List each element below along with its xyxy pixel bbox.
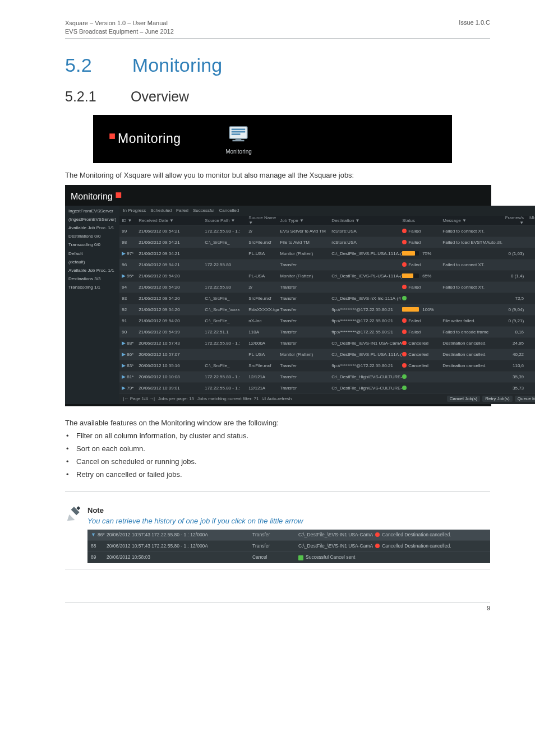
sidebar-item[interactable]: Default [68,251,116,257]
sidebar-item[interactable]: Destinations 0/0 [68,233,116,239]
footer-buttons: Cancel Job(s)Retry Job(s)Queue Managemen… [447,396,535,402]
monitoring-screenshot: Monitoring ■ IngestFromEVSServer(IngestF… [65,185,491,406]
note-label: Note [87,506,490,514]
tab-cancelled[interactable]: Cancelled [219,208,239,213]
svg-rect-8 [76,506,80,510]
dot-icon: ■ [109,129,116,142]
ms-main: In ProgressScheduledFailedSuccessfulCanc… [119,206,535,404]
table-row[interactable]: ▶97*21/06/2012 09:54:21PL-USAMonitor (Fl… [119,248,535,259]
sidebar-item[interactable]: Transcoding 0/0 [68,242,116,248]
list-item: Sort on each column. [66,444,490,453]
column-header[interactable]: Destination ▼ [331,218,402,223]
section-number: 5.2 [65,54,127,76]
column-header[interactable]: Source Path ▼ [205,218,248,223]
note-bottom-divider [65,569,490,569]
svg-rect-1 [232,129,246,131]
note-table-row[interactable]: 8920/06/2012 10:58:03Cancel Successful C… [87,552,490,563]
svg-rect-2 [232,131,246,133]
table-row[interactable]: ▶86*20/06/2012 10:57:07PL-USAMonitor (Fl… [119,349,535,360]
note-text: You can retrieve the history of one job … [87,517,490,525]
table-row[interactable]: 9421/06/2012 09:54:20172.22.55.802/Trans… [119,282,535,293]
tab-successful[interactable]: Successful [193,208,215,213]
banner-word: Monitoring [118,131,181,146]
section-title: 5.2 Monitoring [65,54,490,76]
column-header[interactable]: Frames/s ▼ [502,215,526,225]
svg-marker-6 [67,514,75,521]
page-number: 9 [487,605,490,611]
column-header[interactable]: Source Name ▼ [248,215,280,225]
table-row[interactable]: ▶88*20/06/2012 10:57:43172.22.55.80 - 1.… [119,338,535,349]
recording-dot-icon: ■ [115,188,122,201]
sidebar-item[interactable]: (IngestFromEVSServer) [68,216,116,222]
tab-in-progress[interactable]: In Progress [123,208,146,213]
ms-sidebar: IngestFromEVSServer(IngestFromEVSServer)… [65,206,119,404]
retry-job-s--button[interactable]: Retry Job(s) [482,396,513,402]
table-row[interactable]: ▶83*20/06/2012 10:55:16C:\_SrcFile_SrcFi… [119,360,535,372]
table-row[interactable]: ▶81*20/06/2012 10:10:08172.22.55.80 - 1.… [119,372,535,383]
column-header[interactable]: Mbytes/s ▼ [526,215,535,225]
svg-rect-5 [233,140,245,142]
tab-failed[interactable]: Failed [176,208,188,213]
queue-management-button[interactable]: Queue Management [515,396,535,402]
intro-text: The Monitoring of Xsquare will allow you… [65,171,490,179]
svg-rect-3 [232,133,241,135]
table-header-row: ID ▼Received Date ▼Source Path ▼Source N… [119,216,535,226]
ms-tabs: In ProgressScheduledFailedSuccessfulCanc… [119,206,535,216]
tab-scheduled[interactable]: Scheduled [150,208,172,213]
subsection-name: Overview [131,89,189,104]
subsection-number: 5.2.1 [65,89,127,105]
auto-refresh-checkbox[interactable]: ☑ Auto-refresh [262,396,292,401]
column-header[interactable]: Message ▼ [442,218,502,223]
doc-issue: Issue 1.0.C [459,19,490,36]
page-footer: 9 [65,602,490,611]
features-list: Filter on all column information, by clu… [66,432,490,479]
table-row[interactable]: 9621/06/2012 09:54:21172.22.55.80Transfe… [119,259,535,271]
doc-title-line2: EVS Broadcast Equipment – June 2012 [65,27,174,36]
note-top-divider [65,491,490,491]
column-header[interactable]: Status [402,218,442,223]
table-row[interactable]: 9821/06/2012 09:54:21C:\_SrcFile_SrcFile… [119,237,535,248]
doc-title-line1: Xsquare – Version 1.0 – User Manual [65,19,174,27]
list-item: Retry on cancelled or failed jobs. [66,470,490,479]
ms-footer: |← Page 1/4 →| Jobs per page: 15 Jobs ma… [119,394,535,404]
monitoring-tile[interactable]: Monitoring [220,123,257,155]
table-row[interactable]: ▶95*21/06/2012 09:54:20PL-USAMonitor (Fl… [119,271,535,282]
monitoring-banner: ■ Monitoring Monitoring [93,115,452,163]
ms-title: Monitoring ■ [65,185,491,206]
column-header[interactable]: Job Type ▼ [280,218,331,223]
table-body: 9921/06/2012 09:54:21172.22.55.80 - 1.:2… [119,226,535,394]
sidebar-item[interactable]: IngestFromEVSServer [68,208,116,214]
list-item: Filter on all column information, by clu… [66,432,490,440]
jobs-matching: Jobs matching current filter: 71 [197,396,259,401]
svg-rect-4 [236,138,242,140]
table-row[interactable]: 9221/06/2012 09:54:20C:\_SrcFile_\xxxxRd… [119,304,535,316]
table-row[interactable]: 9921/06/2012 09:54:21172.22.55.80 - 1.:2… [119,226,535,237]
doc-header: Xsquare – Version 1.0 – User Manual EVS … [65,19,490,36]
jobs-per-page[interactable]: Jobs per page: 15 [158,396,194,401]
section-name: Monitoring [132,54,223,76]
table-row[interactable]: 9021/06/2012 09:54:19172.22.51.1110ATran… [119,327,535,338]
sidebar-item[interactable]: Available Job Proc. 1/1 [68,225,116,231]
subsection-title: 5.2.1 Overview [65,89,490,105]
sidebar-item[interactable]: Transcoding 1/1 [68,284,116,290]
list-item: Cancel on scheduled or running jobs. [66,457,490,466]
pencil-icon [65,506,82,563]
table-row[interactable]: ▶79*20/06/2012 10:09:01172.22.55.80 - 1.… [119,383,535,394]
note-block: Note You can retrieve the history of one… [65,506,490,563]
table-row[interactable]: 9121/06/2012 09:54:20C:\_SrcFile_nX-IncT… [119,316,535,327]
sidebar-item[interactable]: (default) [68,259,116,265]
features-intro: The available features on the Monitoring… [65,419,490,427]
note-table-row[interactable]: 8820/06/2012 10:57:43 172.22.55.80 - 1.:… [87,541,490,552]
note-table: ▼86*20/06/2012 10:57:43 172.22.55.80 - 1… [87,530,490,563]
column-header[interactable]: Received Date ▼ [139,218,205,223]
monitor-icon [227,123,250,146]
page-nav[interactable]: |← Page 1/4 →| [123,396,155,401]
header-divider [65,38,490,39]
note-table-row[interactable]: ▼86*20/06/2012 10:57:43 172.22.55.80 - 1… [87,530,490,541]
sidebar-item[interactable]: Destinations 3/3 [68,276,116,282]
sidebar-item[interactable]: Available Job Proc. 1/1 [68,267,116,273]
column-header[interactable]: ID ▼ [122,218,139,223]
table-row[interactable]: 9321/06/2012 09:54:20C:\_SrcFile_SrcFile… [119,293,535,304]
tile-caption: Monitoring [225,149,252,155]
cancel-job-s--button[interactable]: Cancel Job(s) [447,396,480,402]
